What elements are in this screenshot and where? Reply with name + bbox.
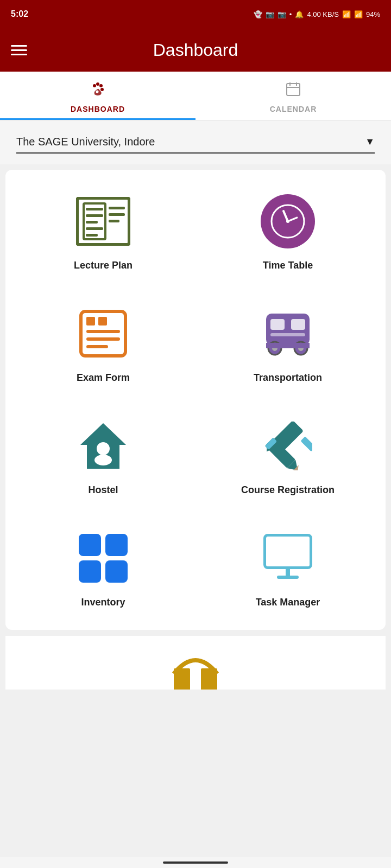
inv-square-4 [105,560,128,583]
svg-rect-28 [86,345,108,348]
transportation-label: Transportation [254,372,322,384]
monitor-screen [263,534,312,569]
inv-square-1 [79,534,101,556]
tab-dashboard[interactable]: DASHBOARD [0,72,195,120]
svg-point-0 [93,84,96,87]
data-speed: 4.00 KB/S [307,10,339,18]
svg-rect-9 [77,198,129,245]
exam-form-label: Exam Form [77,372,130,384]
grid-item-time-table[interactable]: Time Table [201,186,375,277]
svg-point-22 [286,220,289,223]
header-title: Dashboard [38,40,353,60]
grid-item-task-manager[interactable]: Task Manager [201,523,375,614]
svg-rect-26 [86,330,120,333]
svg-point-1 [96,82,99,86]
status-icons: 👻 📷 📷 • 🔔 4.00 KB/S 📶 📶 94% [254,10,380,18]
instagram-icon: 📷 [278,10,286,18]
status-time: 5:02 [11,9,28,19]
battery: 94% [366,10,380,18]
svg-rect-15 [86,214,103,217]
course-registration-icon [258,416,318,476]
grid-item-lecture-plan[interactable]: Lecture Plan [16,186,190,277]
hamburger-menu[interactable] [11,45,27,55]
svg-rect-30 [270,319,285,330]
svg-rect-43 [300,436,312,451]
snapchat-icon: 👻 [254,10,262,18]
signal-icon: 📶 [354,10,363,18]
building-icon [166,652,225,690]
lecture-plan-label: Lecture Plan [74,260,133,271]
wifi-icon: 📶 [342,10,351,18]
inv-square-2 [105,534,128,556]
inventory-icon [73,528,133,588]
svg-rect-37 [266,343,310,348]
time-table-label: Time Table [263,260,313,271]
svg-rect-18 [86,234,98,237]
hostel-icon [73,416,133,476]
dashboard-grid: Lecture Plan Time Table [5,170,386,630]
notification-icon: 🔔 [295,10,304,18]
svg-rect-25 [98,317,107,326]
svg-rect-12 [109,213,125,216]
partial-bottom-row [5,635,386,690]
time-table-icon [258,192,318,251]
tab-dashboard-label: DASHBOARD [71,105,125,113]
svg-rect-16 [86,221,98,224]
university-dropdown[interactable]: The SAGE University, Indore ▼ [16,131,375,154]
university-section: The SAGE University, Indore ▼ [0,120,391,164]
task-manager-icon [258,528,318,588]
calendar-tab-icon [286,81,301,100]
svg-rect-5 [287,84,300,95]
grid-item-hostel[interactable]: Hostel [16,411,190,501]
grid-item-inventory[interactable]: Inventory [16,523,190,614]
exam-form-icon [73,304,133,363]
task-manager-label: Task Manager [256,597,320,608]
svg-line-20 [283,211,288,221]
tab-calendar-label: CALENDAR [270,105,317,113]
hostel-label: Hostel [88,484,118,496]
transportation-icon [258,304,318,363]
status-bar: 5:02 👻 📷 📷 • 🔔 4.00 KB/S 📶 📶 94% [0,0,391,28]
tab-calendar[interactable]: CALENDAR [195,72,391,120]
dot-icon: • [289,10,292,18]
svg-rect-17 [86,227,103,230]
svg-point-3 [100,88,104,91]
inv-square-3 [79,560,101,583]
svg-point-4 [96,91,99,93]
svg-point-40 [94,455,112,465]
app-header: Dashboard [0,28,391,72]
grid-item-transportation[interactable]: Transportation [201,298,375,389]
grid-item-exam-form[interactable]: Exam Form [16,298,190,389]
camera-icon: 📷 [266,10,274,18]
nav-bar [0,857,391,868]
tab-bar: DASHBOARD CALENDAR [0,72,391,120]
grid-item-course-registration[interactable]: Course Registration [201,411,375,501]
course-registration-label: Course Registration [241,484,335,496]
svg-rect-32 [270,333,305,336]
svg-rect-14 [86,208,103,210]
dashboard-tab-icon [90,81,105,100]
monitor-base [277,576,299,579]
monitor-neck [286,569,290,576]
dropdown-arrow-icon: ▼ [365,136,375,148]
nav-indicator [163,861,228,864]
lecture-plan-icon [73,192,133,251]
svg-point-39 [97,442,110,455]
svg-rect-13 [109,220,119,222]
inventory-label: Inventory [81,597,125,608]
grid-item-building[interactable] [160,647,231,690]
svg-rect-27 [86,337,120,341]
svg-rect-31 [291,319,305,330]
svg-rect-11 [109,207,125,209]
university-name: The SAGE University, Indore [16,136,155,148]
svg-point-2 [99,84,103,87]
svg-rect-24 [86,317,95,326]
